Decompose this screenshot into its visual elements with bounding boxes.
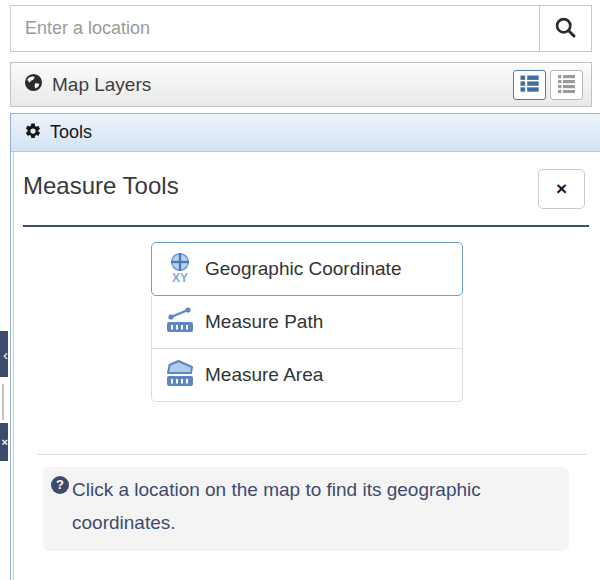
measure-tools-window: Measure Tools × XY Geographic Coordinate <box>11 152 600 579</box>
tool-button-label: Measure Path <box>205 311 323 333</box>
panel-close-tab[interactable]: × <box>0 423 8 461</box>
measure-area-icon <box>165 358 195 393</box>
gear-icon <box>24 122 42 144</box>
map-layers-header[interactable]: Map Layers <box>10 62 592 107</box>
tool-button-label: Geographic Coordinate <box>205 258 401 280</box>
compact-list-view-toggle[interactable] <box>550 70 583 100</box>
title-divider <box>23 225 589 227</box>
help-message-box: ? Click a location on the map to find it… <box>43 467 569 551</box>
measure-path-button[interactable]: Measure Path <box>151 296 463 349</box>
measure-path-icon <box>165 306 195 339</box>
list-compact-icon <box>556 73 577 97</box>
detailed-list-view-toggle[interactable] <box>513 70 546 100</box>
close-button[interactable]: × <box>538 169 585 209</box>
tools-title: Tools <box>50 122 92 143</box>
tools-panel: Tools Measure Tools × XY Geographic <box>10 113 600 580</box>
location-search-bar <box>10 5 592 52</box>
measure-tools-sidebar: Map Layers <box>0 0 600 580</box>
list-detailed-icon <box>519 73 540 97</box>
scrollbar-thumb[interactable] <box>2 384 4 420</box>
geographic-coordinate-icon: XY <box>165 251 195 288</box>
search-button[interactable] <box>539 6 591 51</box>
measure-tool-button-group: XY Geographic Coordinate <box>151 242 463 402</box>
panel-collapse-tab[interactable]: ‹ <box>0 331 8 377</box>
geographic-coordinate-button[interactable]: XY Geographic Coordinate <box>151 242 463 296</box>
measure-area-button[interactable]: Measure Area <box>151 349 463 402</box>
measure-tools-title: Measure Tools <box>23 172 179 200</box>
help-text: Click a location on the map to find its … <box>72 473 502 539</box>
section-divider <box>37 454 587 455</box>
tool-button-label: Measure Area <box>205 364 323 386</box>
globe-icon <box>24 73 43 96</box>
svg-text:XY: XY <box>172 271 188 283</box>
search-icon <box>554 16 577 42</box>
question-mark-icon: ? <box>51 476 69 494</box>
tools-header[interactable]: Tools <box>11 114 600 152</box>
search-input[interactable] <box>11 6 539 51</box>
map-layers-title: Map Layers <box>52 74 513 96</box>
